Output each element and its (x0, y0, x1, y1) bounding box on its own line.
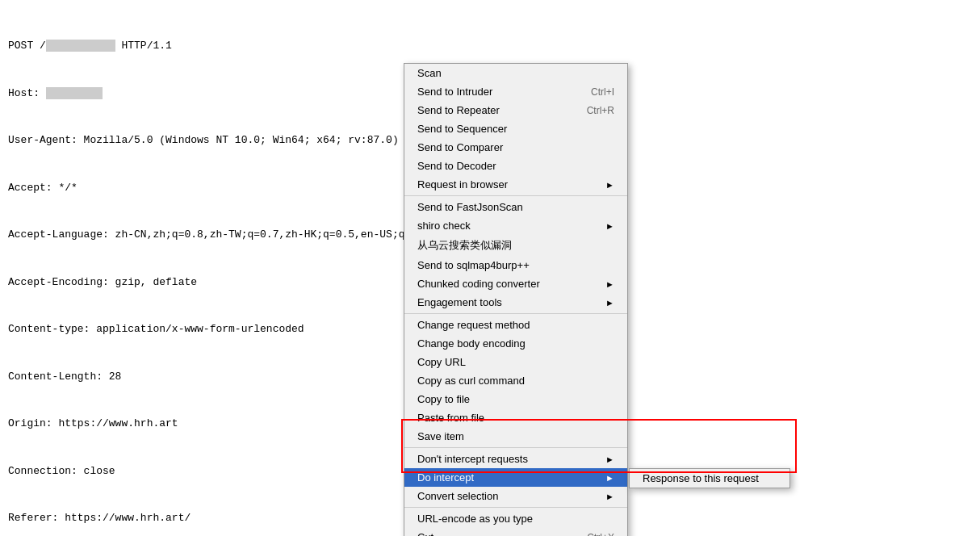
line-2: Host: (8, 87, 103, 99)
line-1: POST / HTTP/1.1 (8, 40, 172, 52)
menu-item-dont-intercept[interactable]: Don't intercept requests ► (404, 450, 627, 468)
menu-item-scan[interactable]: Scan (404, 64, 627, 82)
menu-item-copy-url[interactable]: Copy URL (404, 353, 627, 371)
line-10: Connection: close (8, 465, 115, 477)
menu-item-do-intercept[interactable]: Do intercept ► Response to this request (404, 468, 627, 487)
do-intercept-submenu: Response to this request (629, 468, 790, 488)
line-4: Accept: */* (8, 182, 77, 194)
separator-3 (404, 447, 627, 448)
menu-item-send-comparer[interactable]: Send to Comparer (404, 138, 627, 157)
line-7: Content-type: application/x-www-form-url… (8, 323, 304, 335)
menu-item-request-browser[interactable]: Request in browser ► (404, 175, 627, 194)
menu-item-response-to-request[interactable]: Response to this request (630, 469, 789, 488)
menu-item-send-sqlmap[interactable]: Send to sqlmap4burp++ (404, 256, 627, 274)
separator-1 (404, 195, 627, 196)
menu-item-copy-curl[interactable]: Copy as curl command (404, 371, 627, 390)
line-8: Content-Length: 28 (8, 371, 121, 383)
menu-item-send-fastjson[interactable]: Send to FastJsonScan (404, 198, 627, 216)
line-11: Referer: https://www.hrh.art/ (8, 512, 191, 524)
menu-item-send-repeater[interactable]: Send to Repeater Ctrl+R (404, 101, 627, 119)
menu-item-save-item[interactable]: Save item (404, 427, 627, 446)
menu-item-send-sequencer[interactable]: Send to Sequencer (404, 119, 627, 138)
menu-item-copy-file[interactable]: Copy to file (404, 390, 627, 408)
menu-item-cut[interactable]: Cut Ctrl+X (404, 528, 627, 536)
menu-item-change-method[interactable]: Change request method (404, 316, 627, 334)
menu-item-send-intruder[interactable]: Send to Intruder Ctrl+I (404, 82, 627, 101)
menu-item-wuyun[interactable]: 从乌云搜索类似漏洞 (404, 235, 627, 256)
context-menu: Scan Send to Intruder Ctrl+I Send to Rep… (404, 63, 628, 536)
separator-2 (404, 313, 627, 314)
menu-item-shiro-check[interactable]: shiro check ► (404, 216, 627, 235)
line-6: Accept-Encoding: gzip, deflate (8, 276, 197, 288)
menu-item-convert-selection[interactable]: Convert selection ► (404, 487, 627, 505)
menu-item-engagement[interactable]: Engagement tools ► (404, 293, 627, 312)
menu-item-paste-file[interactable]: Paste from file (404, 408, 627, 427)
menu-item-url-encode[interactable]: URL-encode as you type (404, 509, 627, 528)
menu-item-change-body[interactable]: Change body encoding (404, 334, 627, 353)
menu-item-send-decoder[interactable]: Send to Decoder (404, 157, 627, 175)
menu-item-chunked[interactable]: Chunked coding converter ► (404, 274, 627, 293)
separator-4 (404, 507, 627, 508)
line-9: Origin: https://www.hrh.art (8, 417, 178, 429)
